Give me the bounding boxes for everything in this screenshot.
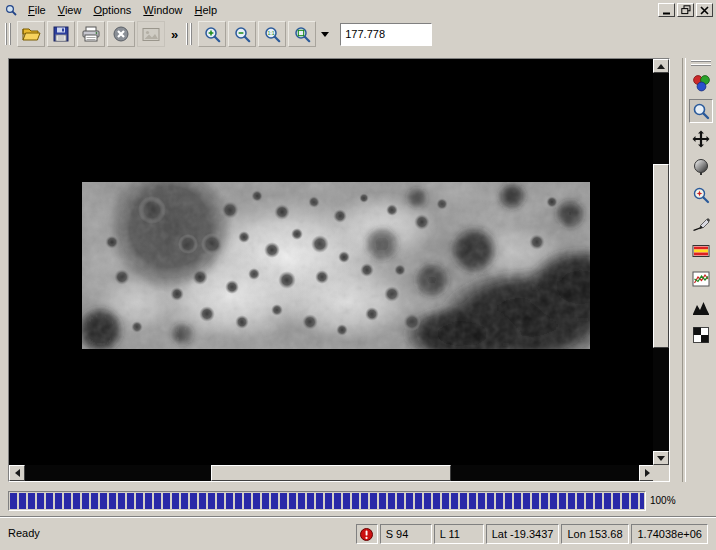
- menu-window[interactable]: Window: [137, 2, 188, 18]
- stats-tool[interactable]: [689, 323, 713, 347]
- horizontal-scrollbar[interactable]: [9, 465, 655, 481]
- plot-tool[interactable]: [689, 267, 713, 291]
- zoom-1-1-icon: 1:1: [264, 26, 281, 43]
- rgb-spheres-icon: [692, 74, 711, 92]
- status-pixel-value: 1.74038e+06: [631, 524, 708, 544]
- scroll-down-button[interactable]: [653, 451, 669, 465]
- menu-view[interactable]: View: [52, 2, 88, 18]
- colorbar-tool[interactable]: [689, 239, 713, 263]
- vertical-scroll-thumb[interactable]: [653, 164, 669, 348]
- stretch-tool[interactable]: [689, 155, 713, 179]
- zoom-fit-icon: [294, 26, 311, 43]
- application-window: { "colors": { "window_chrome": "#d4d0c8"…: [0, 0, 716, 550]
- close-button[interactable]: [696, 3, 713, 17]
- planetary-image[interactable]: [82, 182, 590, 349]
- status-bar: Ready S 94 L 11 Lat -19.3437 Lon 153.68 …: [0, 516, 716, 550]
- zoom-actual-button[interactable]: 1:1: [258, 21, 286, 47]
- image-export-icon: [142, 27, 160, 42]
- color-stripes-icon: [692, 242, 710, 260]
- stretch-sphere-icon: [692, 158, 710, 176]
- image-canvas: [8, 58, 670, 482]
- open-folder-icon: [22, 26, 41, 42]
- zoom-dropdown-button[interactable]: [317, 21, 332, 47]
- status-warning-cell[interactable]: [356, 524, 378, 544]
- restore-icon: [681, 5, 691, 15]
- zoom-toolbar-grip[interactable]: [186, 23, 194, 45]
- scrollbar-corner: [653, 465, 669, 481]
- warning-icon: [360, 528, 373, 541]
- status-latitude: Lat -19.3437: [486, 524, 560, 544]
- zoom-fit-button[interactable]: [288, 21, 316, 47]
- line-plot-icon: [692, 270, 710, 288]
- scroll-up-button[interactable]: [653, 59, 669, 73]
- magnifier-icon: [692, 102, 710, 120]
- export-button[interactable]: [137, 21, 165, 47]
- zoom-value-input[interactable]: [340, 23, 432, 46]
- open-button[interactable]: [17, 21, 45, 47]
- status-longitude: Lon 153.68: [561, 524, 629, 544]
- status-sample: S 94: [380, 524, 432, 544]
- pen-line-icon: [692, 214, 710, 232]
- menu-file[interactable]: File: [22, 2, 52, 18]
- menu-help[interactable]: Help: [188, 2, 223, 18]
- edit-tool[interactable]: [689, 211, 713, 235]
- horizontal-scroll-thumb[interactable]: [211, 465, 451, 481]
- printer-icon: [82, 26, 100, 42]
- status-line: L 11: [434, 524, 484, 544]
- histogram-icon: [692, 298, 710, 316]
- minimize-icon: [662, 6, 671, 15]
- horizontal-scroll-track[interactable]: [25, 465, 639, 481]
- up-arrow-icon: [657, 64, 665, 69]
- save-button[interactable]: [47, 21, 75, 47]
- progress-percent-label: 100%: [650, 495, 676, 506]
- app-icon[interactable]: [3, 3, 19, 17]
- status-cells: S 94 L 11 Lat -19.3437 Lon 153.68 1.7403…: [356, 524, 708, 544]
- black-white-squares-icon: [692, 326, 710, 344]
- dropdown-arrow-icon: [321, 32, 329, 37]
- viewer-app-icon: [5, 4, 18, 17]
- stop-button[interactable]: [107, 21, 135, 47]
- progress-bar: [8, 491, 646, 511]
- tool-palette: [686, 58, 716, 482]
- zoom-in-icon: [204, 26, 221, 43]
- image-viewport[interactable]: [9, 59, 653, 465]
- right-arrow-icon: [645, 469, 650, 477]
- zoom-out-icon: [234, 26, 251, 43]
- histogram-tool[interactable]: [689, 295, 713, 319]
- vertical-scrollbar[interactable]: [653, 59, 669, 465]
- left-arrow-icon: [15, 469, 20, 477]
- stop-circle-icon: [113, 26, 129, 42]
- zoom-out-button[interactable]: [228, 21, 256, 47]
- progress-bar-fill: [10, 493, 644, 509]
- toolbar-overflow-chevron[interactable]: »: [166, 27, 183, 42]
- find-tool[interactable]: [689, 183, 713, 207]
- status-message: Ready: [8, 527, 40, 539]
- find-magnifier-icon: [692, 186, 710, 204]
- svg-text:1:1: 1:1: [267, 30, 274, 36]
- tool-palette-grip[interactable]: [691, 60, 711, 67]
- save-disk-icon: [53, 26, 69, 42]
- close-icon: [700, 6, 709, 15]
- scroll-left-button[interactable]: [9, 465, 25, 481]
- menu-options[interactable]: Options: [87, 2, 137, 18]
- zoom-in-button[interactable]: [198, 21, 226, 47]
- menubar: File View Options Window Help: [0, 0, 716, 20]
- pan-tool[interactable]: [689, 127, 713, 151]
- pan-arrows-icon: [692, 130, 710, 148]
- main-toolbar: » 1:1: [0, 18, 716, 50]
- toolbar-grip[interactable]: [5, 23, 13, 45]
- print-button[interactable]: [77, 21, 105, 47]
- restore-button[interactable]: [677, 3, 694, 17]
- band-selection-tool[interactable]: [689, 71, 713, 95]
- minimize-button[interactable]: [658, 3, 675, 17]
- vertical-scroll-track[interactable]: [653, 73, 669, 451]
- zoom-tool[interactable]: [689, 99, 713, 123]
- down-arrow-icon: [657, 456, 665, 461]
